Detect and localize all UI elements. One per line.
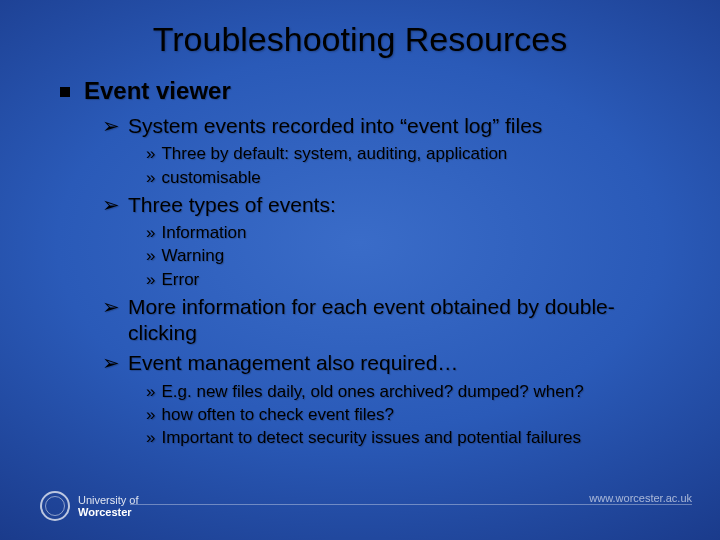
chevron-icon: ➢: [102, 294, 120, 320]
bullet-system-events: ➢ System events recorded into “event log…: [102, 113, 680, 139]
raquo-icon: »: [146, 143, 155, 164]
footer-divider: [130, 504, 692, 505]
bullet-three-types: ➢ Three types of events:: [102, 192, 680, 218]
bullet-text: Event management also required…: [128, 350, 458, 376]
slide-title: Troubleshooting Resources: [40, 20, 680, 59]
chevron-icon: ➢: [102, 113, 120, 139]
heading-text: Event viewer: [84, 77, 231, 105]
footer: University of Worcester www.worcester.ac…: [0, 482, 720, 530]
bullet-more-info: ➢ More information for each event obtain…: [102, 294, 680, 347]
raquo-icon: »: [146, 245, 155, 266]
logo-text: University of Worcester: [78, 494, 139, 518]
subbullet-detect-security: » Important to detect security issues an…: [146, 427, 680, 448]
footer-url: www.worcester.ac.uk: [589, 492, 692, 504]
bullet-text: Three by default: system, auditing, appl…: [161, 143, 507, 164]
subbullet-information: » Information: [146, 222, 680, 243]
chevron-icon: ➢: [102, 350, 120, 376]
square-bullet-icon: [60, 87, 70, 97]
subbullet-how-often: » how often to check event files?: [146, 404, 680, 425]
bullet-text: Three types of events:: [128, 192, 336, 218]
slide: Troubleshooting Resources Event viewer ➢…: [0, 0, 720, 540]
bullet-text: customisable: [161, 167, 260, 188]
subbullet-customisable: » customisable: [146, 167, 680, 188]
bullet-text: Error: [161, 269, 199, 290]
bullet-text: System events recorded into “event log” …: [128, 113, 542, 139]
logo-line2: Worcester: [78, 506, 139, 518]
bullet-event-management: ➢ Event management also required…: [102, 350, 680, 376]
chevron-icon: ➢: [102, 192, 120, 218]
subbullet-new-files: » E.g. new files daily, old ones archive…: [146, 381, 680, 402]
bullet-text: E.g. new files daily, old ones archived?…: [161, 381, 583, 402]
raquo-icon: »: [146, 167, 155, 188]
raquo-icon: »: [146, 222, 155, 243]
subbullet-warning: » Warning: [146, 245, 680, 266]
raquo-icon: »: [146, 404, 155, 425]
raquo-icon: »: [146, 269, 155, 290]
raquo-icon: »: [146, 427, 155, 448]
bullet-text: how often to check event files?: [161, 404, 393, 425]
subbullet-error: » Error: [146, 269, 680, 290]
bullet-text: Important to detect security issues and …: [161, 427, 581, 448]
university-logo: University of Worcester: [40, 491, 139, 521]
bullet-text: More information for each event obtained…: [128, 294, 680, 347]
logo-line1: University of: [78, 494, 139, 506]
bullet-text: Warning: [161, 245, 224, 266]
subbullet-three-default: » Three by default: system, auditing, ap…: [146, 143, 680, 164]
logo-mark-icon: [40, 491, 70, 521]
bullet-text: Information: [161, 222, 246, 243]
raquo-icon: »: [146, 381, 155, 402]
heading-event-viewer: Event viewer: [60, 77, 680, 105]
